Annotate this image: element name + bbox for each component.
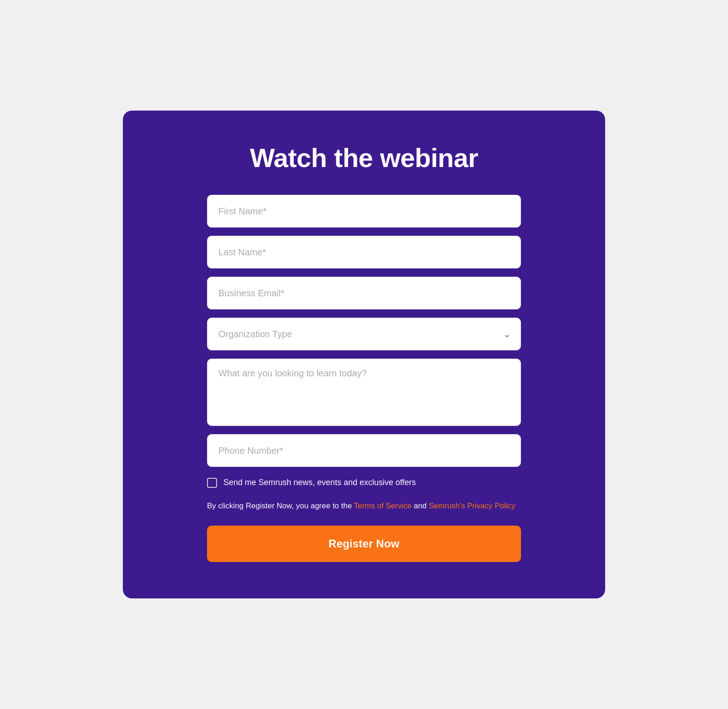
page-title: Watch the webinar	[250, 142, 478, 173]
legal-text: By clicking Register Now, you agree to t…	[207, 500, 521, 512]
organization-type-wrapper: Organization Type Agency Brand / In-hous…	[207, 318, 521, 350]
phone-number-input[interactable]	[207, 434, 521, 467]
legal-text-middle: and	[411, 501, 429, 510]
newsletter-checkbox-label[interactable]: Send me Semrush news, events and exclusi…	[223, 477, 416, 488]
newsletter-checkbox[interactable]	[207, 478, 217, 488]
register-now-button[interactable]: Register Now	[207, 526, 521, 562]
privacy-policy-link[interactable]: Semrush's Privacy Policy	[429, 501, 515, 510]
registration-form: Organization Type Agency Brand / In-hous…	[207, 195, 521, 562]
learn-today-textarea[interactable]	[207, 359, 521, 426]
terms-of-service-link[interactable]: Terms of Service	[354, 501, 412, 510]
newsletter-checkbox-row: Send me Semrush news, events and exclusi…	[207, 477, 521, 488]
page-wrapper: Watch the webinar Organization Type Agen…	[0, 0, 728, 709]
organization-type-select[interactable]: Organization Type Agency Brand / In-hous…	[207, 318, 521, 350]
business-email-input[interactable]	[207, 277, 521, 309]
legal-text-prefix: By clicking Register Now, you agree to t…	[207, 501, 354, 510]
registration-card: Watch the webinar Organization Type Agen…	[123, 111, 605, 598]
first-name-input[interactable]	[207, 195, 521, 228]
last-name-input[interactable]	[207, 236, 521, 268]
